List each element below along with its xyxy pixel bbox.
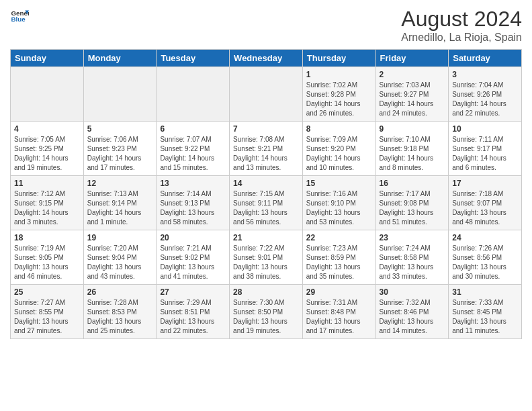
calendar-cell: 4Sunrise: 7:05 AM Sunset: 9:25 PM Daylig… [11,122,84,176]
day-info: Sunrise: 7:05 AM Sunset: 9:25 PM Dayligh… [14,135,80,173]
calendar-cell: 26Sunrise: 7:28 AM Sunset: 8:53 PM Dayli… [83,285,157,339]
calendar-week-row: 1Sunrise: 7:02 AM Sunset: 9:28 PM Daylig… [11,67,522,122]
calendar-cell: 27Sunrise: 7:29 AM Sunset: 8:51 PM Dayli… [157,285,230,339]
logo: General Blue [10,7,29,26]
calendar-cell: 24Sunrise: 7:26 AM Sunset: 8:56 PM Dayli… [449,230,522,285]
svg-text:Blue: Blue [11,15,26,23]
calendar-cell: 11Sunrise: 7:12 AM Sunset: 9:15 PM Dayli… [11,176,84,230]
day-info: Sunrise: 7:32 AM Sunset: 8:46 PM Dayligh… [380,298,445,336]
calendar-cell: 28Sunrise: 7:30 AM Sunset: 8:50 PM Dayli… [230,285,303,339]
day-info: Sunrise: 7:12 AM Sunset: 9:15 PM Dayligh… [14,189,80,227]
location-title: Arnedillo, La Rioja, Spain [401,32,522,44]
day-number: 1 [306,70,372,79]
day-info: Sunrise: 7:22 AM Sunset: 9:01 PM Dayligh… [233,244,299,281]
weekday-header-thursday: Thursday [302,50,375,67]
day-info: Sunrise: 7:16 AM Sunset: 9:10 PM Dayligh… [306,189,372,227]
calendar-cell [157,67,230,122]
calendar-cell: 12Sunrise: 7:13 AM Sunset: 9:14 PM Dayli… [83,176,157,230]
day-info: Sunrise: 7:24 AM Sunset: 8:58 PM Dayligh… [380,244,445,281]
day-info: Sunrise: 7:21 AM Sunset: 9:02 PM Dayligh… [160,244,226,281]
day-number: 23 [380,233,445,242]
day-info: Sunrise: 7:27 AM Sunset: 8:55 PM Dayligh… [14,298,80,336]
day-info: Sunrise: 7:18 AM Sunset: 9:07 PM Dayligh… [452,189,518,227]
calendar-cell: 9Sunrise: 7:10 AM Sunset: 9:18 PM Daylig… [375,122,449,176]
day-number: 11 [14,179,80,188]
day-number: 26 [87,287,153,297]
day-number: 2 [380,70,445,79]
calendar-cell [230,67,303,122]
day-number: 31 [452,287,518,297]
day-info: Sunrise: 7:28 AM Sunset: 8:53 PM Dayligh… [87,298,153,336]
day-info: Sunrise: 7:19 AM Sunset: 9:05 PM Dayligh… [14,244,80,281]
day-info: Sunrise: 7:10 AM Sunset: 9:18 PM Dayligh… [380,135,445,173]
day-info: Sunrise: 7:14 AM Sunset: 9:13 PM Dayligh… [160,189,226,227]
day-info: Sunrise: 7:23 AM Sunset: 8:59 PM Dayligh… [306,244,372,281]
day-number: 9 [380,124,445,134]
calendar-week-row: 11Sunrise: 7:12 AM Sunset: 9:15 PM Dayli… [11,176,522,230]
day-info: Sunrise: 7:31 AM Sunset: 8:48 PM Dayligh… [306,298,372,336]
calendar-week-row: 25Sunrise: 7:27 AM Sunset: 8:55 PM Dayli… [11,285,522,339]
day-number: 21 [233,233,299,242]
calendar-cell: 8Sunrise: 7:09 AM Sunset: 9:20 PM Daylig… [302,122,375,176]
day-info: Sunrise: 7:17 AM Sunset: 9:08 PM Dayligh… [380,189,445,227]
calendar-cell: 5Sunrise: 7:06 AM Sunset: 9:23 PM Daylig… [83,122,157,176]
month-title: August 2024 [401,7,522,32]
day-number: 16 [380,179,445,188]
day-info: Sunrise: 7:08 AM Sunset: 9:21 PM Dayligh… [233,135,299,173]
weekday-header-friday: Friday [375,50,449,67]
title-area: August 2024 Arnedillo, La Rioja, Spain [401,7,522,44]
day-info: Sunrise: 7:11 AM Sunset: 9:17 PM Dayligh… [452,135,518,173]
weekday-header-monday: Monday [83,50,157,67]
calendar-cell: 22Sunrise: 7:23 AM Sunset: 8:59 PM Dayli… [302,230,375,285]
calendar-cell: 29Sunrise: 7:31 AM Sunset: 8:48 PM Dayli… [302,285,375,339]
day-number: 15 [306,179,372,188]
day-number: 28 [233,287,299,297]
day-info: Sunrise: 7:04 AM Sunset: 9:26 PM Dayligh… [452,81,518,118]
day-number: 5 [87,124,153,134]
calendar-cell: 19Sunrise: 7:20 AM Sunset: 9:04 PM Dayli… [83,230,157,285]
logo-icon: General Blue [10,7,29,26]
calendar-table: SundayMondayTuesdayWednesdayThursdayFrid… [10,49,522,339]
calendar-cell: 30Sunrise: 7:32 AM Sunset: 8:46 PM Dayli… [375,285,449,339]
calendar-cell: 25Sunrise: 7:27 AM Sunset: 8:55 PM Dayli… [11,285,84,339]
calendar-cell: 20Sunrise: 7:21 AM Sunset: 9:02 PM Dayli… [157,230,230,285]
day-info: Sunrise: 7:30 AM Sunset: 8:50 PM Dayligh… [233,298,299,336]
weekday-header-wednesday: Wednesday [230,50,303,67]
day-info: Sunrise: 7:26 AM Sunset: 8:56 PM Dayligh… [452,244,518,281]
day-number: 10 [452,124,518,134]
calendar-cell: 14Sunrise: 7:15 AM Sunset: 9:11 PM Dayli… [230,176,303,230]
calendar-week-row: 4Sunrise: 7:05 AM Sunset: 9:25 PM Daylig… [11,122,522,176]
day-number: 27 [160,287,226,297]
weekday-header-tuesday: Tuesday [157,50,230,67]
day-number: 29 [306,287,372,297]
day-info: Sunrise: 7:09 AM Sunset: 9:20 PM Dayligh… [306,135,372,173]
day-info: Sunrise: 7:03 AM Sunset: 9:27 PM Dayligh… [380,81,445,118]
day-number: 14 [233,179,299,188]
day-number: 4 [14,124,80,134]
calendar-cell: 17Sunrise: 7:18 AM Sunset: 9:07 PM Dayli… [449,176,522,230]
day-info: Sunrise: 7:06 AM Sunset: 9:23 PM Dayligh… [87,135,153,173]
day-info: Sunrise: 7:29 AM Sunset: 8:51 PM Dayligh… [160,298,226,336]
calendar-cell: 3Sunrise: 7:04 AM Sunset: 9:26 PM Daylig… [449,67,522,122]
calendar-cell: 15Sunrise: 7:16 AM Sunset: 9:10 PM Dayli… [302,176,375,230]
calendar-cell: 18Sunrise: 7:19 AM Sunset: 9:05 PM Dayli… [11,230,84,285]
day-number: 20 [160,233,226,242]
calendar-week-row: 18Sunrise: 7:19 AM Sunset: 9:05 PM Dayli… [11,230,522,285]
day-number: 18 [14,233,80,242]
header: General Blue August 2024 Arnedillo, La R… [10,7,522,44]
calendar-cell [83,67,157,122]
calendar-cell: 31Sunrise: 7:33 AM Sunset: 8:45 PM Dayli… [449,285,522,339]
weekday-header-sunday: Sunday [11,50,84,67]
calendar-cell: 23Sunrise: 7:24 AM Sunset: 8:58 PM Dayli… [375,230,449,285]
day-info: Sunrise: 7:02 AM Sunset: 9:28 PM Dayligh… [306,81,372,118]
day-number: 3 [452,70,518,79]
day-number: 17 [452,179,518,188]
day-info: Sunrise: 7:15 AM Sunset: 9:11 PM Dayligh… [233,189,299,227]
calendar-cell: 2Sunrise: 7:03 AM Sunset: 9:27 PM Daylig… [375,67,449,122]
weekday-header-saturday: Saturday [449,50,522,67]
day-number: 24 [452,233,518,242]
calendar-cell [11,67,84,122]
day-number: 25 [14,287,80,297]
day-number: 12 [87,179,153,188]
calendar-cell: 7Sunrise: 7:08 AM Sunset: 9:21 PM Daylig… [230,122,303,176]
